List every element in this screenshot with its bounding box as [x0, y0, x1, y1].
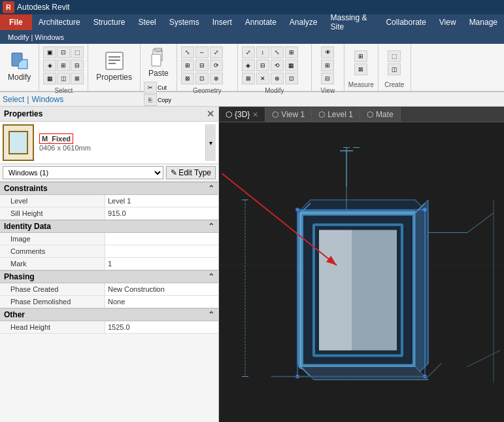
section-phasing-expand[interactable]: ⌃: [208, 272, 214, 281]
section-identity-expand[interactable]: ⌃: [208, 222, 214, 231]
measure-icon-2[interactable]: ⊠: [354, 63, 367, 75]
geo-icon-2[interactable]: ↔: [195, 46, 209, 58]
modify-button[interactable]: Modify: [4, 49, 35, 83]
geometry-icons: ⤡ ↔ ⤢ ⊞ ⊟ ⟳ ⊠ ⊡ ⊗: [180, 45, 235, 86]
type-dropdown-button[interactable]: ▾: [205, 124, 216, 161]
prop-comments-label: Comments: [0, 245, 105, 257]
select-icon-1[interactable]: ▣: [43, 46, 56, 58]
properties-button[interactable]: Properties: [92, 49, 136, 83]
properties-panel-header: Properties ✕: [0, 107, 218, 122]
geo-icon-8[interactable]: ⊡: [195, 73, 209, 84]
select-icon-2[interactable]: ⊡: [57, 46, 70, 58]
title-text: Autodesk Revit: [17, 3, 70, 12]
svg-marker-22: [415, 200, 428, 377]
cut-icon[interactable]: ✂: [144, 82, 157, 94]
file-menu[interactable]: File: [0, 14, 32, 30]
view-icon-2[interactable]: ⊞: [321, 60, 334, 71]
select-icon-4[interactable]: ◈: [43, 60, 56, 71]
modify-select-bar: Select | Windows: [0, 92, 504, 107]
menu-view[interactable]: View: [433, 14, 463, 30]
tab-view1[interactable]: ⬡ View 1: [265, 107, 312, 122]
mod2-icon-1[interactable]: ⤢: [242, 46, 255, 58]
prop-level-value[interactable]: Level 1: [105, 195, 218, 207]
tab-mate-label: Mate: [376, 110, 394, 119]
select-icon-6[interactable]: ⊟: [71, 60, 84, 71]
prop-mark-value[interactable]: 1: [105, 258, 218, 270]
properties-table: Constraints ⌃ Level Level 1 Sill Height …: [0, 182, 218, 422]
tab-modify-windows[interactable]: Modify | Windows: [0, 30, 72, 44]
ribbon-tabs: Modify | Windows: [0, 30, 504, 44]
modify-icon: [9, 50, 30, 71]
modify2-group-label: Modify: [263, 86, 285, 96]
type-selector-row: Windows (1) ✎ Edit Type: [0, 164, 218, 182]
prop-phase-demolished-value[interactable]: None: [105, 296, 218, 308]
view-icon-1[interactable]: 👁: [321, 46, 334, 58]
menu-manage[interactable]: Manage: [463, 14, 504, 30]
select-icon-9[interactable]: ⊠: [71, 73, 84, 84]
geo-icon-7[interactable]: ⊠: [181, 73, 194, 84]
select-icon-8[interactable]: ◫: [57, 73, 70, 84]
menu-steel[interactable]: Steel: [131, 14, 162, 30]
menu-annotate[interactable]: Annotate: [239, 14, 283, 30]
view-icon-3[interactable]: ⊟: [321, 73, 334, 84]
menu-systems[interactable]: Systems: [163, 14, 206, 30]
tab-mate[interactable]: ⬡ Mate: [360, 107, 401, 122]
menu-insert[interactable]: Insert: [206, 14, 239, 30]
app-logo: R: [3, 1, 14, 13]
properties-title: Properties: [4, 109, 42, 118]
mod2-icon-6[interactable]: ⊟: [256, 60, 269, 71]
prop-head-height-value[interactable]: 1525.0: [105, 321, 218, 333]
menu-massing[interactable]: Massing & Site: [324, 14, 380, 30]
ribbon-group-create: ⬚ ◫ Create: [378, 44, 411, 91]
select-icon-5[interactable]: ⊞: [57, 60, 70, 71]
tab-level1[interactable]: ⬡ Level 1: [312, 107, 360, 122]
create-icon-2[interactable]: ◫: [388, 63, 401, 75]
panel-close-button[interactable]: ✕: [207, 109, 214, 119]
create-icon-1[interactable]: ⬚: [388, 50, 401, 62]
mod2-icon-10[interactable]: ✕: [256, 73, 269, 84]
mod2-icon-4[interactable]: ⊞: [285, 46, 298, 58]
modify-label: Modify: [8, 73, 31, 82]
section-constraints: Constraints ⌃: [0, 182, 218, 195]
select-icon-3[interactable]: ⬚: [71, 46, 84, 58]
section-constraints-expand[interactable]: ⌃: [208, 184, 214, 193]
mod2-icon-5[interactable]: ◈: [242, 60, 255, 71]
mod2-icon-11[interactable]: ⊗: [271, 73, 284, 84]
select-link[interactable]: Select: [3, 95, 24, 104]
copy-icon[interactable]: ⎘: [144, 94, 157, 106]
tab-3d-close[interactable]: ✕: [252, 111, 258, 119]
geo-icon-6[interactable]: ⟳: [210, 60, 223, 71]
ribbon-group-properties: Properties: [88, 44, 141, 91]
mod2-icon-2[interactable]: ↕: [256, 46, 269, 58]
mod2-icon-8[interactable]: ▦: [285, 60, 298, 71]
geo-icon-3[interactable]: ⤢: [210, 46, 223, 58]
geo-icon-1[interactable]: ⤡: [181, 46, 194, 58]
measure-icon-1[interactable]: ⊞: [354, 50, 367, 62]
menu-collaborate[interactable]: Collaborate: [379, 14, 432, 30]
geo-icon-9[interactable]: ⊗: [210, 73, 223, 84]
tab-3d[interactable]: ⬡ {3D} ✕: [219, 107, 265, 122]
create-group-label: Create: [383, 80, 405, 90]
menu-structure[interactable]: Structure: [87, 14, 132, 30]
geo-icon-5[interactable]: ⊟: [195, 60, 209, 71]
prop-sill-height-value[interactable]: 915.0: [105, 207, 218, 219]
mod2-icon-7[interactable]: ⟲: [271, 60, 284, 71]
instance-selector[interactable]: Windows (1): [3, 166, 163, 179]
prop-phase-created-value[interactable]: New Construction: [105, 283, 218, 295]
select-icon-7[interactable]: ▦: [43, 73, 56, 84]
prop-comments: Comments: [0, 245, 218, 258]
mod2-icon-3[interactable]: ⤡: [271, 46, 284, 58]
menu-architecture[interactable]: Architecture: [32, 14, 87, 30]
edit-type-button[interactable]: ✎ Edit Type: [166, 166, 216, 179]
prop-comments-value[interactable]: [105, 245, 218, 257]
viewport-canvas[interactable]: [219, 122, 504, 422]
mod2-icon-12[interactable]: ⊡: [285, 73, 298, 84]
prop-image-value[interactable]: [105, 233, 218, 245]
svg-rect-8: [155, 48, 161, 52]
section-other-expand[interactable]: ⌃: [208, 310, 214, 319]
menu-analyze[interactable]: Analyze: [283, 14, 324, 30]
prop-sill-height-label: Sill Height: [0, 207, 105, 219]
geo-icon-4[interactable]: ⊞: [181, 60, 194, 71]
paste-button[interactable]: Paste: [146, 46, 171, 79]
mod2-icon-9[interactable]: ⊠: [242, 73, 255, 84]
